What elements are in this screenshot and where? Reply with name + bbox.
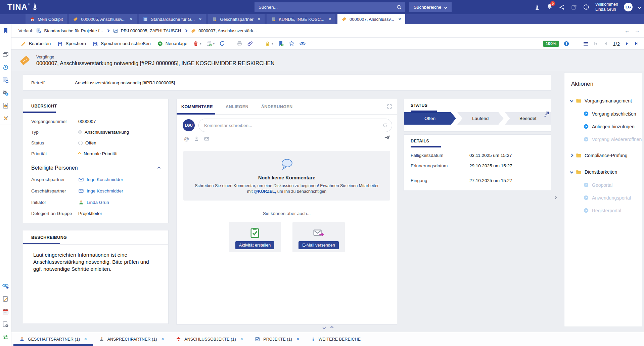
- calendar-button[interactable]: [0, 305, 11, 318]
- user-avatar[interactable]: LG: [624, 3, 633, 11]
- attachment-button[interactable]: [246, 39, 255, 48]
- next-page-icon[interactable]: [624, 41, 630, 46]
- chevron-up-icon[interactable]: [330, 326, 334, 330]
- mention-icon[interactable]: @: [184, 136, 189, 142]
- lock-dropdown-caret[interactable]: ▾: [272, 42, 273, 45]
- action-anliegen-hinzufuegen[interactable]: Anliegen hinzufügen: [564, 124, 642, 129]
- tab-mein-cockpit[interactable]: Mein Cockpit: [26, 14, 67, 24]
- task-clipboard-icon[interactable]: [194, 136, 199, 141]
- bottom-tab-weitere-bereiche[interactable]: ⋮ WEITERE BEREICHE: [305, 332, 367, 346]
- action-group-dienstbarkeiten[interactable]: Dienstbarkeiten: [564, 169, 642, 175]
- user-menu-chevron-icon[interactable]: [638, 5, 641, 9]
- share-icon[interactable]: [559, 4, 565, 10]
- close-icon[interactable]: ✕: [199, 17, 202, 21]
- tab-aenderungen[interactable]: ÄNDERUNGEN: [261, 104, 293, 109]
- tab-geschaeftspartner[interactable]: Geschäftspartner ✕: [208, 14, 265, 24]
- action-group-vorgangsmanagement[interactable]: Vorgangsmanagement: [564, 97, 642, 104]
- bottom-tab-geschaeftspartner[interactable]: GESCHÄFTSPARTNER (1) ✕: [13, 332, 93, 346]
- bottom-tab-projekte[interactable]: PROJEKTE (1) ✕: [249, 332, 305, 346]
- refresh-icon[interactable]: [382, 123, 388, 128]
- expand-diagonal-icon[interactable]: [543, 110, 550, 118]
- tab-kunde-inge[interactable]: KUNDE, INGE KOSC... ✕: [267, 14, 335, 24]
- bottom-tab-ansprechpartner[interactable]: ANSPRECHPARTNER (1) ✕: [93, 332, 170, 346]
- bottom-panel-collapse-handle[interactable]: [323, 327, 333, 329]
- history-button[interactable]: [0, 61, 11, 74]
- fullscreen-icon[interactable]: [387, 104, 392, 109]
- history-forward-button[interactable]: →: [635, 28, 640, 34]
- duplicate-button[interactable]: ▾: [205, 39, 216, 48]
- tab-uebersicht[interactable]: ÜBERSICHT: [31, 104, 168, 109]
- tab-vorgang-0000005[interactable]: 0000005, Anschlussv... ✕: [69, 14, 137, 24]
- tools-button[interactable]: [0, 112, 11, 125]
- create-activity-button[interactable]: Aktivität erstellen: [235, 241, 274, 249]
- close-icon[interactable]: ✕: [296, 337, 299, 341]
- edit-button[interactable]: Bearbeiten: [18, 39, 53, 48]
- close-icon[interactable]: ✕: [328, 17, 331, 21]
- lighthouse-icon[interactable]: [534, 4, 541, 10]
- close-icon[interactable]: ✕: [161, 337, 164, 341]
- info-icon[interactable]: [563, 41, 569, 47]
- print-button[interactable]: [235, 39, 244, 48]
- global-search[interactable]: [255, 2, 405, 12]
- search-input[interactable]: [259, 5, 396, 10]
- breadcrumb-item-search[interactable]: Standardsuche für Projekte f...: [36, 28, 103, 34]
- tab-anliegen[interactable]: ANLIEGEN: [226, 104, 248, 109]
- bookmark-add-button[interactable]: [277, 39, 285, 48]
- new-record-button[interactable]: Neuanlage: [155, 39, 189, 48]
- close-icon[interactable]: ✕: [258, 17, 261, 21]
- notifications-button[interactable]: 5: [546, 3, 553, 11]
- report-search-button[interactable]: [0, 74, 11, 86]
- action-vorgang-abschliessen[interactable]: Vorgang abschließen: [564, 111, 642, 117]
- automation-button[interactable]: [0, 86, 11, 99]
- favorite-button[interactable]: [287, 39, 296, 48]
- close-icon[interactable]: ✕: [398, 17, 401, 21]
- close-icon[interactable]: ✕: [240, 337, 243, 341]
- first-page-icon[interactable]: [593, 41, 599, 46]
- search-icon[interactable]: [396, 4, 402, 10]
- watch-button[interactable]: [298, 39, 307, 48]
- search-scope-button[interactable]: Suchbereiche: [409, 2, 452, 12]
- document-settings-button[interactable]: [0, 318, 11, 331]
- menu-icon[interactable]: [583, 41, 589, 47]
- lock-button[interactable]: ▾: [264, 39, 274, 48]
- refresh-button[interactable]: [218, 39, 226, 48]
- history-back-button[interactable]: ←: [625, 28, 630, 34]
- envelope-icon[interactable]: [204, 136, 210, 142]
- comment-input[interactable]: [204, 123, 382, 128]
- person-link[interactable]: Linda Grün: [87, 200, 109, 205]
- notes-button[interactable]: [0, 292, 11, 305]
- transfer-button[interactable]: [0, 331, 11, 343]
- breadcrumb-item-vorgang[interactable]: 0000007, Anschlussverstärk...: [191, 28, 257, 34]
- sidebar-collapse-handle[interactable]: [554, 194, 556, 200]
- chevron-down-icon[interactable]: [323, 326, 326, 330]
- person-link[interactable]: Inge Koschmidder: [87, 177, 123, 182]
- collapse-chevron-icon[interactable]: [157, 166, 161, 170]
- external-link-icon[interactable]: [571, 4, 577, 10]
- watchlist-button[interactable]: [0, 279, 11, 292]
- send-email-button[interactable]: E-Mail versenden: [298, 241, 338, 249]
- save-button[interactable]: Speichern: [55, 39, 88, 48]
- windows-button[interactable]: [0, 48, 11, 61]
- tab-standardsuche[interactable]: Standardsuche für G... ✕: [139, 14, 206, 24]
- status-step-offen[interactable]: Offen: [404, 112, 456, 125]
- close-icon[interactable]: ✕: [130, 17, 133, 21]
- more-options-icon[interactable]: [583, 4, 590, 10]
- delete-dropdown-caret[interactable]: ▾: [200, 42, 201, 45]
- bookmarks-button[interactable]: [0, 24, 11, 37]
- save-close-button[interactable]: Speichern und schließen: [90, 39, 153, 48]
- tab-vorgang-0000007-active[interactable]: 0000007, Anschlussv... ✕: [337, 14, 405, 24]
- previous-page-icon[interactable]: [603, 41, 608, 46]
- person-link[interactable]: Inge Koschmidder: [87, 188, 123, 193]
- breadcrumb-item-projekt[interactable]: PRJ 0000005, ZAEHLTAUSCH: [113, 28, 181, 34]
- reports-button[interactable]: [0, 99, 11, 112]
- status-step-laufend[interactable]: Laufend: [457, 112, 504, 125]
- close-icon[interactable]: ✕: [84, 337, 87, 341]
- create-activity-card[interactable]: Aktivität erstellen: [229, 222, 281, 252]
- last-page-icon[interactable]: [634, 41, 639, 46]
- delete-button[interactable]: ▾: [192, 39, 202, 48]
- tab-kommentare[interactable]: KOMMENTARE: [181, 104, 213, 109]
- send-email-card[interactable]: E-Mail versenden: [292, 222, 345, 252]
- send-icon[interactable]: [384, 134, 391, 141]
- action-group-compliance[interactable]: Compliance-Prüfung: [564, 152, 642, 159]
- comment-input-wrapper[interactable]: [198, 119, 392, 132]
